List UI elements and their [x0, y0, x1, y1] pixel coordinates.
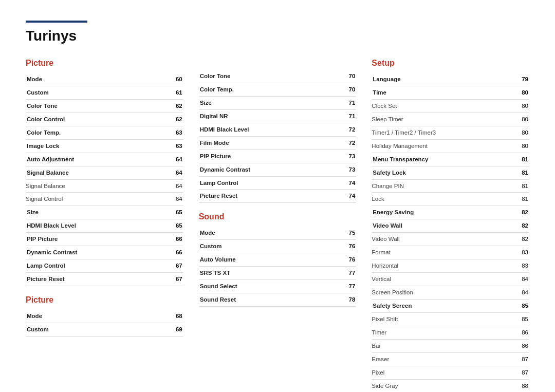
toc-page: 83: [515, 246, 529, 259]
table-sound: Mode75Custom76Auto Volume76SRS TS XT77So…: [199, 227, 357, 307]
toc-label: Time: [372, 86, 515, 99]
toc-label: PIP Picture: [199, 150, 342, 163]
toc-page: 85: [515, 312, 529, 326]
toc-page: 64: [169, 166, 183, 179]
section-setup-title: Setup: [372, 59, 529, 68]
section-picture-2-title: Picture: [26, 295, 183, 305]
columns: Picture Mode60Custom61Color Tone62Color …: [26, 59, 529, 392]
toc-label: Dynamic Contrast: [199, 163, 342, 176]
toc-label: Picture Reset: [26, 273, 169, 286]
table-picture-3: Color Tone70Color Temp.70Size71Digital N…: [199, 70, 357, 203]
toc-page: 83: [515, 259, 529, 273]
toc-page: 71: [342, 96, 356, 109]
toc-label: HDMI Black Level: [199, 123, 342, 136]
toc-page: 61: [169, 86, 183, 99]
toc-label: Picture Reset: [199, 190, 342, 203]
title-bar: [26, 21, 87, 23]
toc-page: 80: [515, 99, 529, 113]
toc-page: 67: [169, 259, 183, 273]
toc-label: Safety Lock: [372, 166, 515, 179]
toc-page: 72: [342, 123, 356, 136]
toc-page: 84: [515, 286, 529, 300]
toc-label: Sleep Timer: [372, 113, 515, 126]
toc-page: 76: [342, 253, 356, 267]
toc-page: 71: [342, 109, 356, 123]
toc-label: Pixel: [372, 366, 515, 379]
page-title: Turinys: [26, 28, 529, 44]
toc-label: Mode: [26, 310, 169, 323]
toc-page: 88: [515, 379, 529, 392]
toc-page: 82: [515, 233, 529, 246]
section-picture-1-title: Picture: [26, 59, 183, 68]
toc-page: 64: [169, 179, 183, 193]
table-setup: Language79Time80Clock Set80Sleep Timer80…: [372, 73, 529, 392]
toc-label: Size: [199, 96, 342, 109]
toc-page: 80: [515, 113, 529, 126]
toc-page: 81: [515, 153, 529, 166]
toc-page: 66: [169, 246, 183, 259]
toc-page: 62: [169, 99, 183, 113]
toc-label: SRS TS XT: [199, 267, 342, 280]
toc-page: 84: [515, 273, 529, 286]
toc-page: 70: [342, 70, 356, 83]
table-picture-2: Mode68Custom69: [26, 310, 183, 337]
toc-page: 73: [342, 150, 356, 163]
toc-label: Holiday Management: [372, 139, 515, 153]
toc-label: Video Wall: [372, 219, 515, 233]
toc-label: Pixel Shift: [372, 312, 515, 326]
toc-label: Image Lock: [26, 139, 169, 153]
toc-label: Custom: [199, 240, 342, 253]
toc-page: 81: [515, 179, 529, 193]
toc-label: Custom: [26, 86, 169, 99]
toc-page: 70: [342, 83, 356, 96]
toc-label: Energy Saving: [372, 206, 515, 219]
toc-label: Custom: [26, 323, 169, 336]
toc-label: Bar: [372, 339, 515, 352]
toc-label: Color Tone: [199, 70, 342, 83]
toc-label: Menu Transparency: [372, 153, 515, 166]
toc-label: Lock: [372, 193, 515, 206]
toc-label: Auto Volume: [199, 253, 342, 267]
section-sound-title: Sound: [199, 212, 357, 221]
toc-label: Horizontal: [372, 259, 515, 273]
toc-label: Signal Balance: [26, 179, 169, 193]
toc-page: 75: [342, 227, 356, 239]
table-picture-1: Mode60Custom61Color Tone62Color Control6…: [26, 73, 183, 286]
toc-page: 64: [169, 193, 183, 206]
toc-label: Lamp Control: [199, 176, 342, 190]
toc-page: 63: [169, 139, 183, 153]
toc-label: Color Tone: [26, 99, 169, 113]
toc-page: 82: [515, 219, 529, 233]
toc-page: 72: [342, 136, 356, 150]
toc-label: Screen Position: [372, 286, 515, 300]
toc-label: Change PIN: [372, 179, 515, 193]
toc-page: 69: [169, 323, 183, 336]
toc-page: 73: [342, 163, 356, 176]
toc-label: Timer1 / Timer2 / Timer3: [372, 126, 515, 139]
toc-label: Mode: [26, 73, 169, 86]
toc-page: 85: [515, 299, 529, 312]
toc-label: Format: [372, 246, 515, 259]
toc-label: Auto Adjustment: [26, 153, 169, 166]
toc-label: Size: [26, 206, 169, 219]
toc-page: 66: [169, 233, 183, 246]
toc-page: 81: [515, 193, 529, 206]
toc-page: 80: [515, 139, 529, 153]
toc-label: PIP Picture: [26, 233, 169, 246]
toc-page: 79: [515, 73, 529, 86]
toc-label: Video Wall: [372, 233, 515, 246]
toc-page: 77: [342, 280, 356, 293]
toc-page: 76: [342, 240, 356, 253]
toc-label: Language: [372, 73, 515, 86]
toc-label: Lamp Control: [26, 259, 169, 273]
toc-page: 80: [515, 126, 529, 139]
toc-page: 77: [342, 267, 356, 280]
toc-page: 67: [169, 273, 183, 286]
column-2: Color Tone70Color Temp.70Size71Digital N…: [199, 59, 372, 307]
toc-page: 81: [515, 166, 529, 179]
toc-page: 65: [169, 206, 183, 219]
toc-label: Mode: [199, 227, 342, 239]
toc-label: Color Control: [26, 113, 169, 126]
toc-label: Safety Screen: [372, 299, 515, 312]
toc-page: 87: [515, 366, 529, 379]
